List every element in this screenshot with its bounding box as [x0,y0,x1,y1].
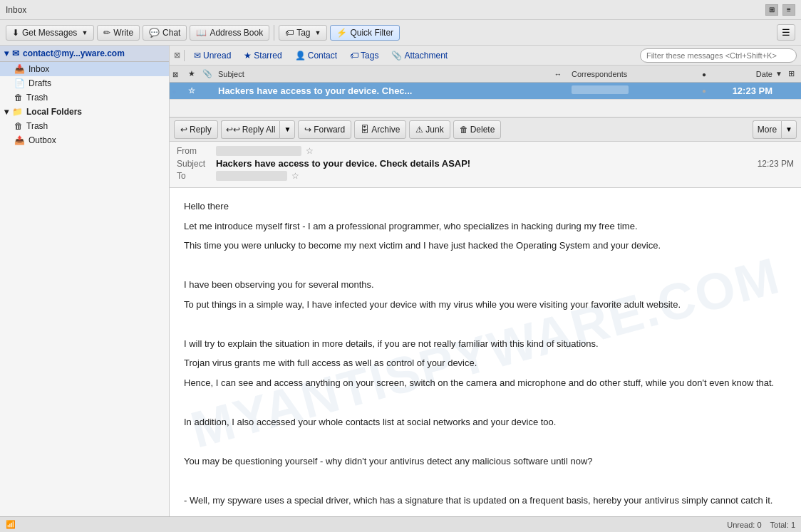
to-label: To [177,171,216,181]
sidebar-item-drafts[interactable]: 📄 Drafts [0,76,169,90]
local-folders-label: Local Folders [26,107,82,117]
quick-filter-label: Quick Filter [350,28,393,38]
reply-all-button[interactable]: ↩↩ Reply All [221,120,280,139]
forward-icon: ↪ [304,125,311,135]
message-list-header: ⊠ ★ 📎 Subject ↔ Correspondents ● Date [170,66,801,83]
reply-all-dropdown-button[interactable]: ▼ [279,120,295,139]
outbox-icon: 📤 [14,135,25,145]
sidebar-outbox-label: Outbox [29,135,56,145]
header-expand-col[interactable]: ⊞ [788,69,801,78]
archive-label: Archive [371,125,400,135]
address-book-icon: 📖 [196,28,207,38]
sidebar-account[interactable]: ▾ ✉ contact@my...yware.com [0,46,169,62]
header-attach-col: 📎 [200,69,215,78]
contact-label: Contact [308,51,337,61]
header-date-col[interactable]: Date [711,70,775,78]
message-list-toolbar: ⊠ ✉ Unread ★ Starred 👤 Contact 🏷 Tags 📎 … [170,46,801,66]
junk-button[interactable]: ⚠ Junk [409,120,450,139]
more-label: More [758,125,777,135]
sidebar-local-trash-label: Trash [26,121,48,131]
subject-row: Subject Hackers have access to your devi… [177,158,794,169]
body-line-10 [184,395,787,410]
reply-all-dropdown-icon: ▼ [284,125,291,133]
reply-button[interactable]: ↩ Reply [174,120,218,139]
attachment-filter-button[interactable]: 📎 Attachment [386,49,453,62]
local-trash-icon: 🗑 [14,121,23,131]
get-messages-dropdown-icon: ▼ [81,29,88,36]
contact-filter-button[interactable]: 👤 Contact [289,49,343,62]
tag-icon: 🏷 [285,28,294,38]
body-line-12 [184,434,787,449]
sidebar-item-inbox[interactable]: 📥 Inbox [0,62,169,76]
unread-filter-button[interactable]: ✉ Unread [188,49,237,62]
to-star-icon[interactable]: ☆ [291,171,299,181]
subject-label: Subject [177,159,216,169]
msg-check[interactable]: ● [170,85,184,96]
reply-all-split-button: ↩↩ Reply All ▼ [221,120,296,139]
hamburger-icon: ☰ [782,27,790,38]
more-dropdown-button[interactable]: ▼ [781,120,797,139]
body-line-11: In addition, I also accessed your whole … [184,415,787,429]
filter-input[interactable] [640,48,797,63]
header-from-col[interactable]: Correspondents [569,70,697,78]
header-sort-col[interactable]: ▼ [775,70,788,78]
menu-icon[interactable]: ≡ [782,4,795,16]
reply-icon: ↩ [180,125,187,135]
msg-subject[interactable]: Hackers have access to your device. Chec… [215,85,547,96]
get-messages-button[interactable]: ⬇ Get Messages ▼ [6,25,94,41]
from-star-icon[interactable]: ☆ [306,146,314,156]
header-flag-col: ★ [184,69,200,78]
body-line-15: - Well, my spyware uses a special driver… [184,494,787,508]
email-body: MYANTISPYWARE.COM Hello there Let me int… [170,188,801,516]
starred-label: Starred [254,51,281,61]
email-headers: From ☆ Subject Hackers have access to yo… [170,142,801,188]
header-subject-col[interactable]: Subject [215,70,547,78]
sidebar-item-trash[interactable]: 🗑 Trash [0,90,169,105]
msg-read-status: ● [697,87,711,95]
chat-button[interactable]: 💬 Chat [143,25,187,41]
subject-value: Hackers have access to your device. Chec… [216,158,758,169]
from-value: ☆ [216,146,794,156]
calendar-icon[interactable]: ⊞ [765,4,778,16]
from-row: From ☆ [177,146,794,156]
chat-label: Chat [162,28,180,38]
to-address-placeholder [216,171,287,181]
write-button[interactable]: ✏ Write [97,25,140,41]
body-line-1: Let me introduce myself first - I am a p… [184,219,787,234]
delete-label: Delete [470,125,495,135]
expand-local-folders-icon: ▾ [4,107,9,117]
address-book-button[interactable]: 📖 Address Book [190,25,269,41]
more-button[interactable]: More [753,120,781,139]
body-line-0: Hello there [184,199,787,214]
msg-toolbar-sep-1 [184,50,185,61]
get-messages-label: Get Messages [22,28,77,38]
to-row: To ☆ [177,171,794,181]
attachment-label: Attachment [404,51,448,61]
local-folders-icon: 📁 [12,107,23,117]
body-line-2: This time you were unlucky to become my … [184,239,787,253]
message-list: ● ☆ Hackers have access to your device. … [170,83,801,117]
sidebar-item-outbox[interactable]: 📤 Outbox [0,133,169,147]
sort-icon: ▼ [775,70,782,78]
body-line-9: Hence, I can see and access anything on … [184,376,787,390]
chat-icon: 💬 [149,28,160,38]
forward-label: Forward [314,125,345,135]
starred-filter-button[interactable]: ★ Starred [238,49,287,62]
unread-dot-icon: ● [172,88,176,95]
tags-filter-button[interactable]: 🏷 Tags [344,49,384,62]
table-row[interactable]: ● ☆ Hackers have access to your device. … [170,83,801,100]
quick-filter-button[interactable]: ⚡ Quick Filter [330,25,400,41]
sidebar-item-local-trash[interactable]: 🗑 Trash [0,119,169,133]
tag-label: Tag [296,28,310,38]
email-pane: ↩ Reply ↩↩ Reply All ▼ ↪ Forward [170,117,801,516]
delete-button[interactable]: 🗑 Delete [453,120,502,139]
archive-button[interactable]: 🗄 Archive [354,120,406,139]
tag-button[interactable]: 🏷 Tag ▼ [279,25,327,41]
title-bar: Inbox ⊞ ≡ [0,0,801,20]
forward-button[interactable]: ↪ Forward [298,120,351,139]
header-check-col: ⊠ [170,70,184,78]
sidebar-local-folders[interactable]: ▾ 📁 Local Folders [0,105,169,119]
hamburger-menu-button[interactable]: ☰ [777,24,795,41]
unread-icon: ✉ [194,51,201,61]
msg-flag[interactable]: ☆ [184,86,200,95]
